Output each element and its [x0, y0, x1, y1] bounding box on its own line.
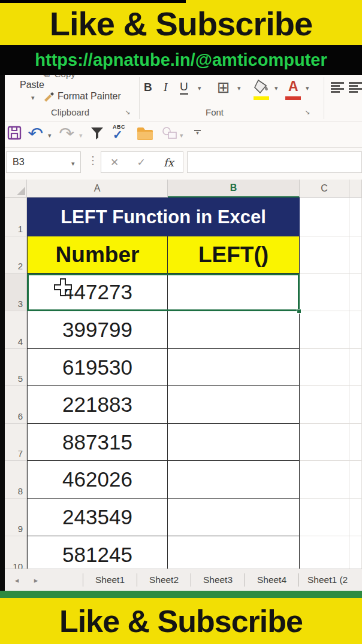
borders-dropdown-icon[interactable]: ▾ — [237, 84, 241, 92]
save-icon[interactable] — [7, 126, 22, 140]
cell-c8[interactable] — [300, 461, 349, 499]
row-header[interactable]: 10 — [5, 536, 27, 569]
cell-b6[interactable] — [168, 386, 300, 424]
cell-b4[interactable] — [168, 311, 300, 349]
undo-dropdown-icon[interactable]: ▾ — [48, 132, 52, 139]
undo-icon[interactable]: ↶ — [28, 124, 43, 143]
filter-icon[interactable] — [90, 126, 104, 141]
cell-c10[interactable] — [300, 536, 349, 569]
underline-dropdown-icon[interactable]: ▾ — [198, 84, 201, 92]
fill-color-dropdown-icon[interactable]: ▾ — [274, 84, 278, 92]
bottom-banner: Like & Subscribe — [0, 598, 362, 644]
enter-icon[interactable]: ✓ — [137, 156, 146, 169]
cell-a9[interactable]: 243549 — [27, 499, 168, 536]
green-divider-bar — [0, 591, 362, 598]
channel-url[interactable]: https://apnatube.in/@amticomputer — [35, 50, 327, 70]
cell-a6[interactable]: 221883 — [27, 386, 168, 424]
column-header-a[interactable]: A — [27, 180, 168, 198]
spelling-icon[interactable]: ABC ✓ — [113, 124, 125, 142]
qat-separator — [0, 147, 362, 148]
fill-handle[interactable] — [297, 309, 301, 314]
font-color-icon[interactable]: A — [288, 78, 298, 95]
shapes-dropdown-icon[interactable]: ▾ — [180, 132, 183, 139]
redo-icon[interactable]: ↷ — [59, 124, 74, 143]
cell-c6[interactable] — [300, 386, 349, 424]
clipboard-group-label: Clipboard — [51, 107, 89, 117]
bold-button[interactable]: B — [144, 81, 152, 94]
sheet-next-icon[interactable]: ▸ — [26, 576, 46, 585]
borders-icon[interactable]: ⊞ — [217, 78, 230, 97]
cell-b7[interactable] — [168, 424, 300, 461]
cell-a7[interactable]: 887315 — [27, 424, 168, 461]
left-black-edge — [0, 75, 5, 591]
cell-c7[interactable] — [300, 424, 349, 461]
cell-c2[interactable] — [300, 236, 349, 274]
cell-c4[interactable] — [300, 311, 349, 349]
sheet-tab-2[interactable]: Sheet2 — [137, 575, 191, 585]
row-header[interactable]: 1 — [5, 198, 27, 236]
column-header-c[interactable]: C — [300, 180, 349, 198]
align-middle-icon[interactable] — [349, 82, 362, 93]
format-painter-button[interactable]: Format Painter — [58, 91, 121, 102]
underline-button[interactable]: U — [180, 80, 188, 95]
formula-bar-grip-icon[interactable]: ⋮ — [88, 154, 97, 167]
copy-icon: ⧉ — [43, 75, 50, 79]
cell-b8[interactable] — [168, 461, 300, 499]
cell-b2[interactable]: LEFT() — [168, 236, 300, 274]
qat-more-commands-icon[interactable]: ▾ — [194, 130, 201, 135]
insert-function-icon[interactable]: fx — [164, 156, 174, 169]
excel-window: ⧉ Copy Paste ▾ Format Painter Clipboard … — [0, 75, 362, 569]
paste-button[interactable]: Paste — [20, 80, 44, 90]
cell-a5[interactable]: 619530 — [27, 349, 168, 386]
cell-c5[interactable] — [300, 349, 349, 386]
cancel-icon[interactable]: ✕ — [110, 156, 119, 169]
cell-a10[interactable]: 581245 — [27, 536, 168, 569]
shapes-icon[interactable] — [162, 126, 177, 139]
row-header[interactable]: 4 — [5, 311, 27, 349]
sheet-tab-1[interactable]: Sheet1 — [83, 575, 137, 585]
name-box[interactable]: B3 ▾ — [6, 151, 81, 173]
paste-dropdown-icon[interactable]: ▾ — [31, 94, 35, 102]
cell-cursor-icon — [53, 277, 73, 297]
fill-color-icon[interactable] — [253, 78, 270, 95]
column-header-b[interactable]: B — [168, 180, 300, 198]
sheet-tab-3[interactable]: Sheet3 — [191, 575, 245, 585]
row-header[interactable]: 9 — [5, 499, 27, 536]
cell-b5[interactable] — [168, 349, 300, 386]
select-all-triangle-icon — [17, 187, 25, 195]
copy-button[interactable]: ⧉ Copy — [43, 75, 115, 81]
row-header[interactable]: 6 — [5, 386, 27, 424]
sheet-tab-5[interactable]: Sheet1 (2 — [299, 575, 352, 585]
font-color-bar — [285, 96, 301, 100]
group-divider — [139, 77, 140, 119]
group-divider — [324, 77, 324, 119]
title-cell-a1[interactable]: LEFT Function in Excel — [27, 198, 300, 236]
cell-c1[interactable] — [300, 198, 349, 236]
folder-icon[interactable] — [137, 126, 153, 141]
sheet-tab-4[interactable]: Sheet4 — [245, 575, 298, 585]
row-header[interactable]: 5 — [5, 349, 27, 386]
cell-a8[interactable]: 462026 — [27, 461, 168, 499]
row-header[interactable]: 8 — [5, 461, 27, 499]
cell-c3[interactable] — [300, 274, 349, 311]
select-all-corner[interactable] — [5, 180, 27, 198]
clipboard-dialog-launcher-icon[interactable]: ↘ — [125, 108, 130, 116]
redo-dropdown-icon[interactable]: ▾ — [79, 132, 83, 139]
cell-b10[interactable] — [168, 536, 300, 569]
italic-button[interactable]: I — [164, 81, 167, 94]
cell-a2[interactable]: Number — [27, 236, 168, 274]
font-color-dropdown-icon[interactable]: ▾ — [306, 84, 309, 92]
name-box-value: B3 — [13, 157, 25, 168]
row-header[interactable]: 3 — [5, 274, 27, 311]
copy-label: Copy — [55, 75, 76, 79]
row-header[interactable]: 2 — [5, 236, 27, 274]
font-dialog-launcher-icon[interactable]: ↘ — [304, 108, 310, 116]
cell-b9[interactable] — [168, 499, 300, 536]
cell-c9[interactable] — [300, 499, 349, 536]
name-box-dropdown-icon[interactable]: ▾ — [71, 160, 75, 168]
align-top-icon[interactable] — [331, 82, 344, 93]
formula-input[interactable] — [187, 151, 362, 173]
sheet-prev-icon[interactable]: ◂ — [7, 576, 26, 585]
cell-a4[interactable]: 399799 — [27, 311, 168, 349]
row-header[interactable]: 7 — [5, 424, 27, 461]
